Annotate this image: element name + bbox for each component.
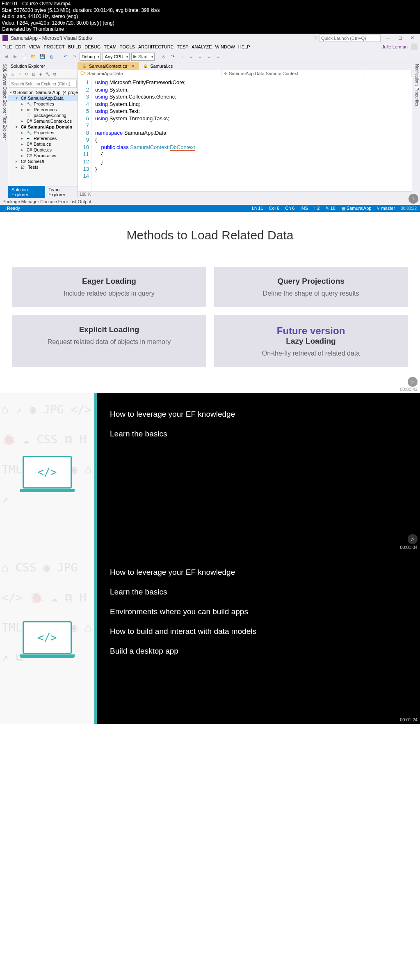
card-explicit: Explicit Loading Request related data of… (12, 315, 206, 367)
tab-team-explorer[interactable]: Team Explorer (45, 186, 78, 198)
tab-solution-explorer[interactable]: Solution Explorer (8, 186, 45, 198)
tree-item[interactable]: ▸C#Quote.cs (8, 147, 78, 153)
menu-tools[interactable]: TOOLS (120, 44, 135, 49)
line-gutter: 1234567891011121314 (78, 77, 92, 191)
tab-close-icon[interactable]: ✕ (131, 64, 135, 68)
user-name[interactable]: Julie Lerman (382, 44, 408, 49)
play-badge-icon: ▷ (408, 377, 418, 387)
bullet-1: How to leverage your EF knowledge (110, 410, 407, 419)
editor-tab-active[interactable]: 🔒 SamuraiContext.cs* ✕ (78, 62, 139, 70)
tree-item[interactable]: ▸C#SomeUI (8, 158, 78, 164)
tree-item[interactable]: ▸🔧Properties (8, 130, 78, 135)
filter-icon[interactable]: ▽ (314, 35, 317, 41)
visual-studio-window: SamuraiApp - Microsoft Visual Studio ▽ —… (0, 34, 420, 212)
step-into-icon[interactable]: ↓ (178, 53, 186, 60)
menu-file[interactable]: FILE (2, 44, 12, 49)
quick-launch-input[interactable] (319, 34, 381, 42)
maximize-button[interactable]: ◻ (395, 34, 405, 42)
back-icon[interactable]: ◀ (2, 53, 10, 60)
nav-class[interactable]: ◆SamuraiApp.Data.SamuraiContext (221, 70, 365, 77)
open-icon[interactable]: 📂 (30, 53, 37, 60)
bullet-2: Learn the basics (110, 588, 407, 597)
se-collapse-icon[interactable]: ⊟ (31, 71, 37, 77)
vs-logo-icon (2, 35, 8, 41)
vs-menubar: FILE EDIT VIEW PROJECT BUILD DEBUG TEAM … (0, 43, 420, 51)
new-file-icon[interactable]: 📄 (21, 53, 28, 60)
tree-item[interactable]: ▸C#Samurai.cs (8, 153, 78, 158)
se-preview-icon[interactable]: ⧉ (52, 71, 57, 77)
editor-tabs: 🔒 SamuraiContext.cs* ✕ 🔒 Samurai.cs (78, 62, 412, 70)
config-combo[interactable]: Debug (80, 53, 101, 61)
menu-edit[interactable]: EDIT (15, 44, 25, 49)
menu-test[interactable]: TEST (177, 44, 188, 49)
save-all-icon[interactable]: ⎘ (48, 53, 55, 60)
code-text[interactable]: using Microsoft.EntityFrameworkCore; usi… (92, 77, 412, 191)
menu-team[interactable]: TEAM (104, 44, 116, 49)
redo-icon[interactable]: ↷ (71, 53, 78, 60)
se-search-input[interactable] (9, 80, 77, 88)
step-over-icon[interactable]: ↷ (169, 53, 177, 60)
status-line: Ln 11 (252, 206, 263, 211)
nav-member[interactable] (365, 70, 412, 77)
outdent-icon[interactable]: ≡ (196, 53, 204, 60)
forward-icon[interactable]: ▶ (11, 53, 19, 60)
undo-icon[interactable]: ↶ (62, 53, 69, 60)
status-ready: ▯ Ready (3, 206, 20, 211)
nav-namespace[interactable]: C#SamuraiApp.Data (78, 70, 221, 77)
editor-zoom[interactable]: 100 % (78, 191, 412, 198)
home-icon[interactable]: ⌂ (10, 71, 16, 77)
start-button[interactable]: ▶Start (131, 53, 155, 61)
pattern-sidebar: ⌂ ↗ ◉ JPG </> 🐞 ☁ CSS ⧉ HTML ⚙ EXE ◉ ⌂ ↗… (0, 393, 94, 551)
menu-project[interactable]: PROJECT (43, 44, 64, 49)
slide-dark-2: ⌂ CSS ◉ JPG </> 🐞 ☁ ⧉ HTML ⚙ EXE ◉ ⌂ ↗ ⧉… (0, 551, 420, 724)
card-projections: Query Projections Define the shape of qu… (214, 267, 408, 307)
right-tool-tabs[interactable]: Notifications Properties (412, 62, 420, 198)
se-search (9, 80, 77, 88)
tree-item[interactable]: 📄packages.config (8, 112, 78, 118)
status-ins: INS (300, 206, 308, 211)
platform-combo[interactable]: Any CPU (103, 53, 129, 61)
comment-icon[interactable]: ≡ (205, 53, 213, 60)
menu-architecture[interactable]: ARCHITECTURE (138, 44, 173, 49)
menu-window[interactable]: WINDOW (215, 44, 235, 49)
laptop-icon: </> (23, 456, 72, 489)
se-show-all-icon[interactable]: ◈ (38, 71, 43, 77)
close-button[interactable]: ✕ (407, 34, 418, 42)
menu-debug[interactable]: DEBUG (84, 44, 100, 49)
minimize-button[interactable]: — (382, 34, 393, 42)
tree-item[interactable]: ▸▪▪References (8, 135, 78, 141)
se-properties-icon[interactable]: 🔧 (45, 71, 50, 77)
window-title: SamuraiApp - Microsoft Visual Studio (11, 35, 92, 41)
code-area[interactable]: 1234567891011121314 using Microsoft.Enti… (78, 77, 412, 191)
video-info-header: File: 01 - Course Overview.mp4 Size: 537… (0, 0, 420, 34)
file-line: File: 01 - Course Overview.mp4 (2, 1, 418, 7)
tab-lock-icon: 🔒 (82, 64, 87, 68)
bottom-tool-tabs[interactable]: Package Manager Console Error List Outpu… (0, 198, 420, 205)
bullet-2: Learn the basics (110, 429, 407, 438)
se-sync-icon[interactable]: ⟳ (24, 71, 30, 77)
tb-icon-1[interactable]: ⎋ (160, 53, 168, 60)
menu-analyze[interactable]: ANALYZE (192, 44, 212, 49)
menu-help[interactable]: HELP (238, 44, 250, 49)
laptop-icon: </> (23, 621, 72, 654)
tree-item[interactable]: ▸C#Battle.cs (8, 141, 78, 147)
save-icon[interactable]: 💾 (39, 53, 46, 60)
tree-item[interactable]: ▾C#SamuraiApp.Data (8, 95, 78, 101)
uncomment-icon[interactable]: ≡ (215, 53, 222, 60)
menu-view[interactable]: VIEW (29, 44, 40, 49)
tree-item[interactable]: ▸▪▪References (8, 107, 78, 112)
editor-tab-inactive[interactable]: 🔒 Samurai.cs (139, 62, 177, 70)
status-ch: Ch 6 (285, 206, 294, 211)
indent-icon[interactable]: ≡ (187, 53, 195, 60)
se-refresh-icon[interactable]: ○ (17, 71, 23, 77)
menu-build[interactable]: BUILD (68, 44, 81, 49)
tree-item[interactable]: ▸🔧Properties (8, 101, 78, 107)
left-tool-tabs[interactable]: SQL Server Object Explorer Test Explorer (0, 62, 8, 198)
tree-item[interactable]: ▾C#SamuraiApp.Domain (8, 124, 78, 130)
solution-explorer-title: Solution Explorer (8, 62, 78, 70)
user-avatar-icon[interactable] (411, 44, 418, 50)
tree-item[interactable]: ▸☑Tests (8, 164, 78, 170)
solution-explorer: Solution Explorer ⌂ ○ ⟳ ⊟ ◈ 🔧 ⧉ ▾⧉Soluti… (8, 62, 78, 198)
tree-item[interactable]: ▸C#SamuraiContext.cs (8, 118, 78, 124)
tree-item[interactable]: ▾⧉Solution 'SamuraiApp' (4 projects) (8, 90, 78, 95)
